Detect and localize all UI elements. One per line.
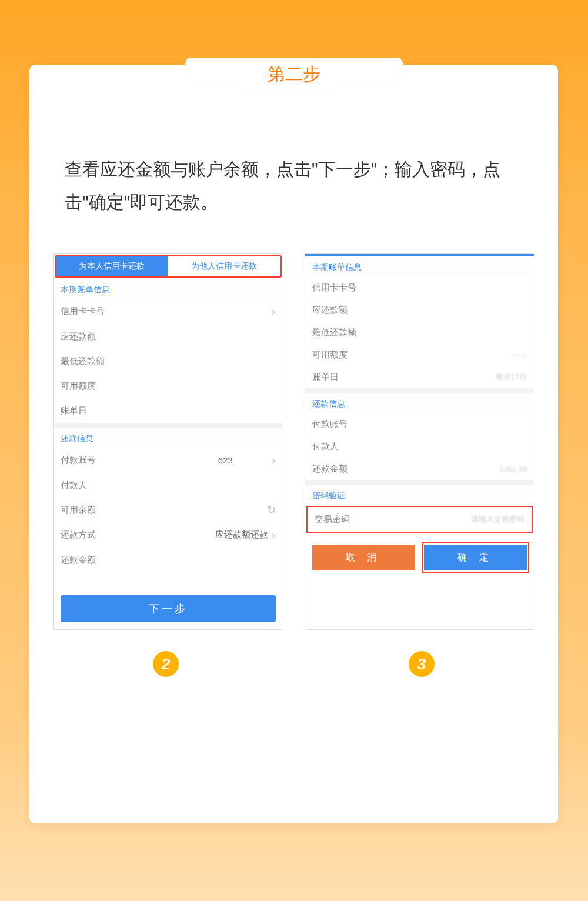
row-repay-amount: 还款金额 1261.34 xyxy=(305,458,534,480)
label-min-due: 最低还款额 xyxy=(61,356,105,367)
value-repay-amount xyxy=(249,555,276,566)
value-credit-limit: —— xyxy=(512,351,527,359)
row-pay-account: 付款账号 xyxy=(305,413,534,435)
confirm-buttons-row: 取 消 确 定 xyxy=(305,538,534,578)
value-pay-account-masked xyxy=(233,455,268,466)
tab-self-card[interactable]: 为本人信用卡还款 xyxy=(56,256,168,276)
divider xyxy=(305,480,534,485)
row-card-number[interactable]: 信用卡卡号 › xyxy=(54,299,283,324)
value-card-number xyxy=(215,306,268,317)
label-repay-amount: 还款金额 xyxy=(61,555,96,566)
phone-screenshot-3: 本期账单信息 信用卡卡号 应还款额 最低还款额 可用额度 —— 账单日 每月17… xyxy=(305,253,535,630)
row-due-amount: 应还款额 xyxy=(305,299,534,321)
section-password: 密码验证 xyxy=(305,485,534,505)
value-repay-amount: 1261.34 xyxy=(499,465,527,473)
badge-2: 2 xyxy=(153,651,179,677)
password-placeholder: 请输入交易密码 xyxy=(471,514,524,525)
label-transaction-password: 交易密码 xyxy=(315,514,350,525)
label-pay-account: 付款账号 xyxy=(61,455,96,466)
row-repay-method[interactable]: 还款方式 应还款额还款 › xyxy=(54,522,283,548)
label-repay-method: 还款方式 xyxy=(61,529,96,540)
cancel-button[interactable]: 取 消 xyxy=(312,545,415,570)
chevron-right-icon: › xyxy=(272,453,276,467)
label-card-number: 信用卡卡号 xyxy=(312,282,356,293)
label-due-amount: 应还款额 xyxy=(312,305,348,316)
repay-tabs-highlighted: 为本人信用卡还款 为他人信用卡还款 xyxy=(55,255,282,278)
instruction-text: 查看应还金额与账户余额，点击"下一步"；输入密码，点击"确定"即可还款。 xyxy=(65,153,523,218)
section-repay-info: 还款信息 xyxy=(54,428,283,448)
tab-other-card[interactable]: 为他人信用卡还款 xyxy=(168,256,280,276)
chevron-right-icon: › xyxy=(272,305,276,318)
label-payer: 付款人 xyxy=(61,480,87,491)
screenshots-row: 为本人信用卡还款 为他人信用卡还款 本期账单信息 信用卡卡号 › 应还款额 最低… xyxy=(53,253,534,630)
value-repay-method: 应还款额还款 xyxy=(215,529,268,540)
row-due-amount: 应还款额 xyxy=(54,324,283,349)
divider xyxy=(54,423,283,428)
section-repay-info: 还款信息 xyxy=(305,393,534,413)
row-min-due: 最低还款额 xyxy=(54,349,283,373)
step-title-tab: 第二步 xyxy=(185,58,403,91)
next-button[interactable]: 下一步 xyxy=(61,595,276,622)
row-payer: 付款人 xyxy=(54,473,283,498)
row-bill-date: 账单日 xyxy=(54,398,283,423)
label-bill-date: 账单日 xyxy=(61,405,87,416)
label-due-amount: 应还款额 xyxy=(61,331,96,342)
instruction-card: 第二步 查看应还金额与账户余额，点击"下一步"；输入密码，点击"确定"即可还款。… xyxy=(29,65,558,823)
label-credit-limit: 可用额度 xyxy=(61,381,96,392)
value-bill-date: 每月17日 xyxy=(496,372,527,382)
label-credit-limit: 可用额度 xyxy=(312,349,348,361)
badge-3: 3 xyxy=(409,651,435,677)
divider xyxy=(305,388,534,393)
section-bill-info: 本期账单信息 xyxy=(305,256,534,276)
row-available-balance[interactable]: 可用余额 ↻ xyxy=(54,498,283,522)
step-title: 第二步 xyxy=(268,62,320,86)
password-highlight-box: 交易密码 请输入交易密码 xyxy=(306,506,533,533)
step-badges-row: 2 3 xyxy=(53,651,534,677)
row-payer: 付款人 xyxy=(305,435,534,458)
label-repay-amount: 还款金额 xyxy=(312,463,348,475)
value-payer xyxy=(258,480,276,491)
label-payer: 付款人 xyxy=(312,441,339,452)
value-pay-account: 623 xyxy=(218,455,233,465)
label-card-number: 信用卡卡号 xyxy=(61,306,105,317)
row-pay-account[interactable]: 付款账号 623 › xyxy=(54,448,283,473)
row-credit-limit: 可用额度 xyxy=(54,373,283,398)
label-available-balance: 可用余额 xyxy=(61,505,96,516)
chevron-right-icon: › xyxy=(272,528,276,542)
confirm-highlight-box: 确 定 xyxy=(422,542,529,573)
phone-screenshot-2: 为本人信用卡还款 为他人信用卡还款 本期账单信息 信用卡卡号 › 应还款额 最低… xyxy=(53,253,283,630)
confirm-button[interactable]: 确 定 xyxy=(424,545,527,570)
bottom-bar: 下一步 xyxy=(54,588,283,629)
label-pay-account: 付款账号 xyxy=(312,419,348,430)
row-min-due: 最低还款额 xyxy=(305,321,534,343)
label-min-due: 最低还款额 xyxy=(312,327,356,338)
row-transaction-password[interactable]: 交易密码 请输入交易密码 xyxy=(308,507,532,532)
refresh-icon[interactable]: ↻ xyxy=(267,503,276,516)
row-bill-date: 账单日 每月17日 xyxy=(305,366,534,388)
row-repay-amount: 还款金额 xyxy=(54,548,283,572)
row-credit-limit: 可用额度 —— xyxy=(305,343,534,366)
label-bill-date: 账单日 xyxy=(312,372,339,383)
section-bill-info: 本期账单信息 xyxy=(54,279,283,299)
row-card-number: 信用卡卡号 xyxy=(305,276,534,299)
